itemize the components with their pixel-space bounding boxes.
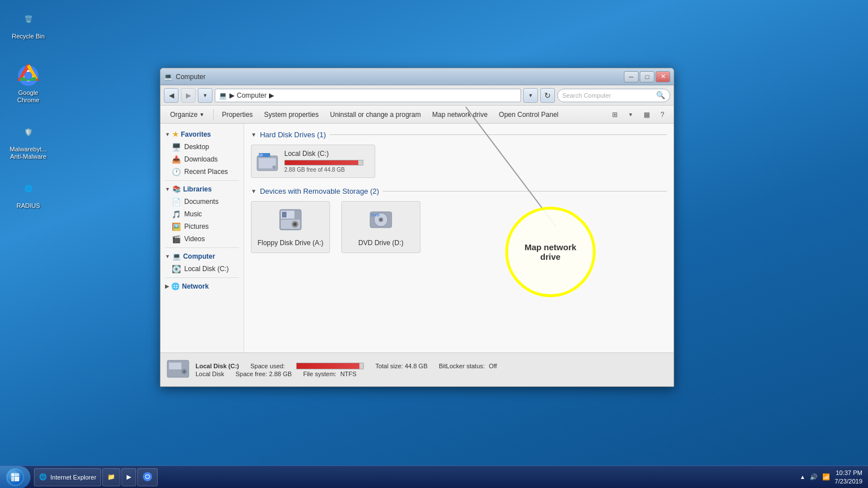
file-explorer-icon: 📁	[107, 473, 115, 481]
status-info: Local Disk (C:) Space used: Total size: …	[196, 363, 497, 377]
sidebar-item-documents[interactable]: 📄 Documents	[160, 195, 244, 208]
taskbar-chrome[interactable]	[137, 468, 158, 486]
view-dropdown-button[interactable]: ▼	[624, 108, 637, 121]
sidebar-item-downloads[interactable]: 📥 Downloads	[160, 153, 244, 165]
dropdown-button[interactable]: ▼	[198, 88, 212, 103]
clock[interactable]: 10:37 PM 7/23/2019	[835, 469, 862, 485]
uninstall-label: Uninstall or change a program	[330, 111, 421, 119]
forward-button[interactable]: ▶	[181, 88, 196, 103]
status-filesystem: File system: NTFS	[303, 371, 356, 377]
desktop-icon-sidebar: 🖥️	[172, 142, 181, 151]
system-properties-button[interactable]: System properties	[259, 107, 324, 122]
hard-disk-collapse-btn[interactable]: ▼	[251, 132, 257, 138]
computer-icon-sidebar: 💻	[172, 252, 181, 260]
desktop-icon-radius[interactable]: 🌐 RADIUS	[6, 175, 51, 212]
music-icon: 🎵	[172, 210, 181, 219]
clock-date: 7/23/2019	[835, 477, 862, 485]
malwarebytes-icon: 🛡️	[17, 121, 40, 143]
sidebar-item-local-disk[interactable]: 💽 Local Disk (C:)	[160, 263, 244, 275]
minimize-button[interactable]: ─	[624, 71, 639, 82]
help-button[interactable]: ?	[656, 108, 669, 121]
address-path[interactable]: 💻 ▶ Computer ▶	[215, 89, 521, 102]
taskbar-file-explorer[interactable]: 📁	[102, 468, 120, 486]
organize-button[interactable]: Organize ▼	[165, 107, 210, 122]
title-bar-controls: ─ □ ✕	[624, 71, 670, 82]
local-disk-c-icon	[256, 151, 279, 172]
radius-label: RADIUS	[16, 202, 40, 210]
desktop-icon-chrome[interactable]: Google Chrome	[6, 62, 51, 106]
taskbar-ie[interactable]: 🌐 Internet Explorer	[34, 468, 101, 486]
back-button[interactable]: ◀	[164, 88, 179, 103]
radius-icon: 🌐	[17, 177, 40, 200]
search-box[interactable]: Search Computer 🔍	[557, 89, 670, 102]
path-dropdown[interactable]: ▼	[523, 88, 538, 103]
sidebar-item-pictures[interactable]: 🖼️ Pictures	[160, 220, 244, 233]
downloads-label: Downloads	[184, 155, 218, 163]
section-line-2	[383, 191, 667, 191]
maximize-button[interactable]: □	[640, 71, 654, 82]
floppy-disk-item[interactable]: Floppy Disk Drive (A:)	[251, 201, 330, 253]
view-options-button[interactable]: ⊞	[608, 108, 622, 121]
uninstall-button[interactable]: Uninstall or change a program	[325, 107, 426, 122]
svg-point-14	[293, 223, 297, 226]
recycle-bin-label: Recycle Bin	[12, 33, 45, 40]
close-button[interactable]: ✕	[656, 71, 670, 82]
sidebar-libraries-header[interactable]: ▼ 📚 Libraries	[160, 183, 244, 195]
map-network-button[interactable]: Map network drive	[427, 107, 493, 122]
path-computer: Computer	[237, 91, 267, 99]
recent-places-icon: 🕐	[172, 167, 181, 176]
status-space-free: Space free: 2.88 GB	[236, 371, 292, 377]
libraries-arrow-icon: ▼	[165, 186, 170, 192]
search-icon: 🔍	[656, 91, 665, 99]
taskbar: 🌐 Internet Explorer 📁 ▶ ▲	[0, 465, 868, 488]
svg-point-6	[272, 165, 276, 169]
local-disk-c-name: Local Disk (C:)	[284, 150, 370, 158]
computer-arrow-icon: ▼	[165, 254, 170, 259]
svg-point-23	[183, 371, 185, 373]
documents-icon: 📄	[172, 197, 181, 206]
sidebar-item-videos[interactable]: 🎬 Videos	[160, 233, 244, 245]
svg-point-18	[380, 219, 382, 221]
section-line-1	[329, 134, 667, 135]
open-control-panel-button[interactable]: Open Control Panel	[494, 107, 563, 122]
taskbar-media[interactable]: ▶	[121, 468, 136, 486]
refresh-button[interactable]: ↻	[540, 88, 555, 103]
hard-disk-section: ▼ Hard Disk Drives (1)	[251, 130, 667, 178]
local-disk-c-item[interactable]: Local Disk (C:) 2.88 GB free of 44.8 GB	[251, 145, 375, 178]
svg-rect-26	[11, 473, 14, 476]
details-pane-button[interactable]: ▦	[640, 108, 653, 121]
local-disk-c-bar	[284, 160, 363, 165]
content-area: ▼ ★ Favorites 🖥️ Desktop 📥 Downloads 🕐 R…	[160, 124, 674, 352]
removable-collapse-btn[interactable]: ▼	[251, 188, 257, 194]
dvd-drive-item[interactable]: DVD DVD Drive (D:)	[341, 201, 420, 253]
hard-disk-header: ▼ Hard Disk Drives (1)	[251, 130, 667, 139]
downloads-icon: 📥	[172, 155, 181, 164]
properties-button[interactable]: Properties	[217, 107, 258, 122]
network-tray-icon[interactable]: 📶	[822, 473, 830, 481]
system-properties-label: System properties	[264, 111, 319, 119]
removable-title: Devices with Removable Storage (2)	[260, 187, 379, 195]
sidebar-favorites-header[interactable]: ▼ ★ Favorites	[160, 128, 244, 141]
svg-rect-11	[282, 212, 287, 217]
sidebar-item-desktop[interactable]: 🖥️ Desktop	[160, 141, 244, 153]
chrome-label: Google Chrome	[8, 89, 49, 104]
status-row-2: Local Disk Space free: 2.88 GB File syst…	[196, 371, 497, 377]
path-separator: ▶	[229, 91, 235, 99]
sidebar-computer-header[interactable]: ▼ 💻 Computer	[160, 250, 244, 263]
desktop-icon-malwarebytes[interactable]: 🛡️ Malwarebyt...Anti-Malware	[6, 119, 51, 163]
floppy-disk-icon	[279, 207, 302, 236]
network-arrow-icon: ▶	[165, 284, 169, 289]
taskbar-tray: ▲ 🔊 📶 10:37 PM 7/23/2019	[794, 469, 868, 485]
sidebar-network-header[interactable]: ▶ 🌐 Network	[160, 280, 244, 293]
svg-point-3	[24, 72, 32, 80]
tray-arrow-icon[interactable]: ▲	[800, 474, 805, 480]
desktop-icon-recycle-bin[interactable]: 🗑️ Recycle Bin	[6, 6, 51, 42]
sidebar-item-recent-places[interactable]: 🕐 Recent Places	[160, 165, 244, 178]
sidebar-item-music[interactable]: 🎵 Music	[160, 208, 244, 220]
start-button[interactable]	[0, 466, 31, 489]
volume-icon[interactable]: 🔊	[810, 473, 818, 481]
status-bar-fill	[296, 363, 364, 369]
documents-label: Documents	[184, 198, 219, 206]
dvd-drive-name: DVD Drive (D:)	[358, 239, 403, 247]
sidebar-divider-2	[165, 247, 239, 248]
